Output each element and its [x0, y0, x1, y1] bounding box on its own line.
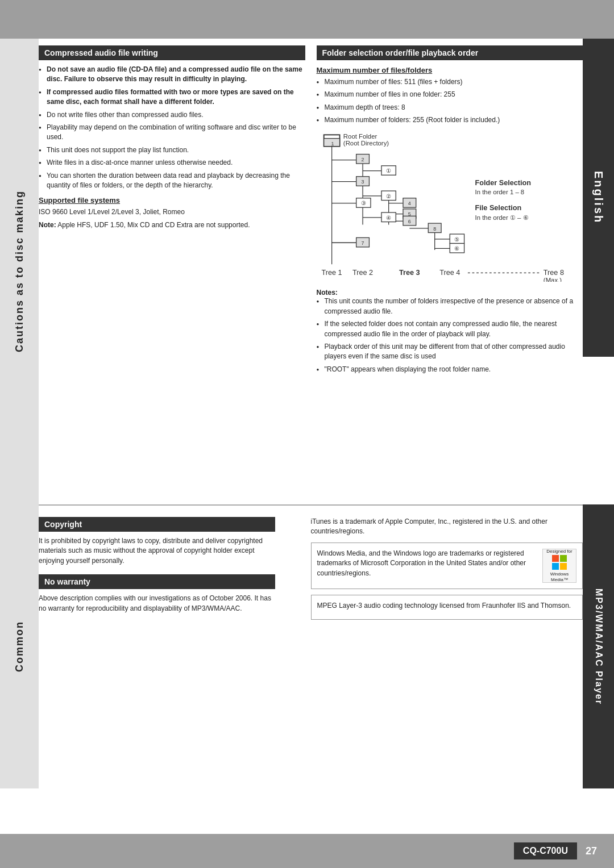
mpeg-text: MPEG Layer-3 audio coding technology lic…	[317, 601, 577, 611]
tree-diagram-container: 1 Root Folder (Root Directory) 2	[317, 131, 583, 284]
list-item: Maximum number of files: 511 (files + fo…	[317, 77, 583, 87]
left-column: Compressed audio file writing Do not sav…	[39, 45, 305, 380]
svg-text:3: 3	[361, 179, 364, 185]
svg-text:Tree 2: Tree 2	[352, 269, 372, 277]
supported-fs-text: ISO 9660 Level 1/Level 2/Level 3, Joliet…	[39, 207, 305, 217]
svg-text:In the order 1 – 8: In the order 1 – 8	[475, 189, 524, 195]
windows-logo: Designed for WindowsMedia™	[542, 549, 576, 583]
svg-text:8: 8	[433, 226, 436, 231]
svg-text:Tree 1: Tree 1	[321, 269, 342, 277]
svg-text:①: ①	[386, 168, 391, 174]
svg-text:Tree 3: Tree 3	[399, 269, 420, 277]
list-item: Playability may depend on the combinatio…	[39, 123, 305, 143]
svg-text:File Selection: File Selection	[475, 204, 521, 212]
list-item: Maximum number of files in one folder: 2…	[317, 90, 583, 99]
list-item: Do not save an audio file (CD-DA file) a…	[39, 65, 305, 85]
supported-fs-title: Supported file systems	[39, 196, 305, 205]
copyright-text: It is prohibited by copyright laws to co…	[39, 536, 275, 566]
svg-text:In the order ① – ⑥: In the order ① – ⑥	[475, 214, 528, 220]
right-column: Folder selection order/file playback ord…	[317, 45, 583, 380]
no-warranty-header: No warranty	[39, 574, 275, 589]
sidebar-player: MP3/WMA/AAC Player	[583, 504, 614, 788]
page-number: 27	[586, 845, 597, 857]
list-item: You can shorten the duration between dat…	[39, 171, 305, 191]
svg-text:③: ③	[360, 200, 366, 206]
sidebar-english: English	[583, 39, 614, 357]
list-item: If the selected folder does not contain …	[317, 319, 583, 339]
copyright-column: Copyright It is prohibited by copyright …	[39, 517, 284, 616]
svg-text:7: 7	[361, 240, 364, 246]
flag-q1	[552, 555, 559, 562]
svg-text:(Max.): (Max.)	[543, 276, 561, 282]
notes-list: This unit counts the number of folders i…	[317, 297, 583, 374]
svg-text:6: 6	[408, 219, 410, 224]
list-item: This unit counts the number of folders i…	[317, 297, 583, 316]
bottom-bar: CQ-C700U 27	[0, 834, 614, 868]
windows-media-box: Windows Media, and the Windows logo are …	[311, 542, 583, 589]
no-warranty-text: Above description complies with our inve…	[39, 594, 275, 614]
windows-media-label: WindowsMedia™	[550, 571, 569, 582]
common-label: Common	[14, 621, 26, 672]
svg-text:Folder Selection: Folder Selection	[475, 179, 530, 187]
designed-for-label: Designed for	[546, 549, 572, 554]
copyright-header: Copyright	[39, 517, 275, 532]
svg-text:1: 1	[331, 141, 334, 147]
note-text: Note: Apple HFS, UDF 1.50, Mix CD and CD…	[39, 220, 305, 230]
sidebar-common: Common	[0, 504, 39, 788]
flag-q3	[552, 563, 559, 570]
windows-media-text: Windows Media, and the Windows logo are …	[317, 549, 537, 578]
svg-text:Root Folder: Root Folder	[343, 132, 377, 139]
compressed-audio-list: Do not save an audio file (CD-DA file) a…	[39, 65, 305, 190]
svg-text:④: ④	[386, 214, 391, 220]
list-item: This unit does not support the play list…	[39, 145, 305, 155]
svg-text:②: ②	[386, 193, 391, 199]
top-bar	[0, 0, 614, 39]
itunes-text: iTunes is a trademark of Apple Computer,…	[311, 517, 583, 537]
list-item: Maximum number of folders: 255 (Root fol…	[317, 115, 583, 125]
max-files-list: Maximum number of files: 511 (files + fo…	[317, 77, 583, 126]
cautions-label: Cautions as to disc making	[14, 190, 26, 352]
english-label: English	[592, 171, 605, 224]
cq-badge: CQ-C700U	[514, 842, 577, 859]
mpeg-box: MPEG Layer-3 audio coding technology lic…	[311, 595, 583, 620]
windows-flag-icon	[552, 555, 567, 570]
list-item: Do not write files other than compressed…	[39, 110, 305, 120]
svg-text:4: 4	[408, 201, 410, 206]
bottom-two-col: Copyright It is prohibited by copyright …	[39, 517, 583, 623]
svg-text:2: 2	[361, 157, 364, 162]
main-content: Compressed audio file writing Do not sav…	[39, 45, 583, 828]
svg-text:(Root Directory): (Root Directory)	[343, 140, 388, 147]
list-item: "ROOT" appears when displaying the root …	[317, 365, 583, 374]
max-files-title: Maximum number of files/folders	[317, 66, 583, 74]
svg-text:Tree 8: Tree 8	[543, 269, 563, 277]
player-label: MP3/WMA/AAC Player	[594, 589, 604, 705]
notes-label: Notes:	[317, 289, 338, 297]
sidebar-cautions: Cautions as to disc making	[0, 39, 39, 504]
folder-selection-header: Folder selection order/file playback ord…	[317, 45, 583, 60]
svg-text:⑤: ⑤	[454, 236, 459, 242]
compressed-audio-header: Compressed audio file writing	[39, 45, 305, 60]
tree-diagram-svg: 1 Root Folder (Root Directory) 2	[317, 131, 583, 282]
list-item: Playback order of this unit may be diffe…	[317, 342, 583, 362]
list-item: If compressed audio files formatted with…	[39, 87, 305, 107]
itunes-column: iTunes is a trademark of Apple Computer,…	[311, 517, 583, 623]
list-item: Write files in a disc-at-once manner unl…	[39, 158, 305, 168]
flag-q2	[560, 555, 567, 562]
list-item: Maximum depth of trees: 8	[317, 103, 583, 112]
svg-text:Tree 4: Tree 4	[439, 269, 460, 277]
svg-text:⑥: ⑥	[454, 245, 459, 252]
bottom-content: Copyright It is prohibited by copyright …	[39, 517, 583, 623]
flag-q4	[560, 563, 567, 570]
